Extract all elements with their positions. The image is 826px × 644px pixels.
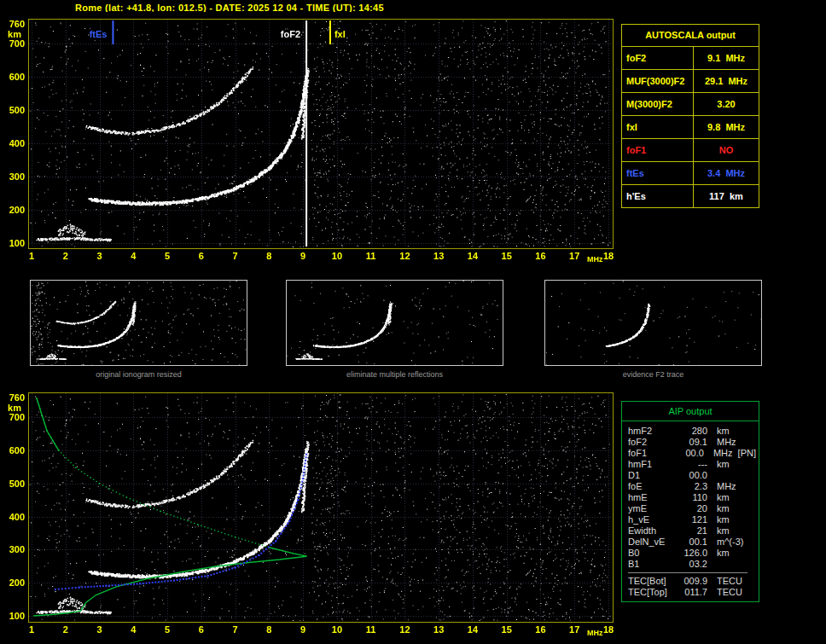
autoscala-param-value: 9.8 MHz: [694, 116, 759, 138]
aip-param-value: 009.9: [677, 576, 707, 587]
aip-output-table: AIP output hmF2280kmfoF209.1MHzfoF100.0M…: [621, 401, 759, 602]
aip-param-unit: km: [707, 514, 730, 525]
aip-row-hme: hmE110km: [628, 492, 756, 503]
autoscala-param-label: h'Es: [622, 185, 694, 207]
autoscala-row-fof2: foF29.1 MHz: [622, 47, 759, 70]
aip-row-b1: B103.2: [628, 559, 756, 570]
aip-param-unit: km: [707, 548, 730, 559]
aip-param-value: 2.3: [677, 481, 707, 492]
aip-param-name: hmF2: [628, 426, 677, 437]
autoscala-param-value: 117 km: [694, 185, 759, 207]
aip-param-unit: TECU: [707, 587, 742, 598]
thumb-evidence-f2-trace: [544, 280, 762, 366]
aip-param-name: Ewidth: [628, 525, 677, 537]
aip-param-name: DelN_vE: [628, 537, 677, 548]
autoscala-param-label: foF1: [622, 139, 694, 161]
aip-param-unit: km: [707, 525, 730, 537]
autoscala-param-value: 3.20: [694, 93, 759, 115]
aip-param-unit: km: [707, 426, 730, 437]
aip-param-name: B0: [628, 548, 677, 559]
aip-row-delnve: DelN_vE00.1m^(-3): [628, 537, 756, 548]
aip-param-value: 20: [677, 503, 707, 514]
aip-param-value: 00.0: [677, 470, 707, 481]
aip-param-name: hmE: [628, 492, 677, 503]
autoscala-table-rows: foF29.1 MHzMUF(3000)F229.1 MHzM(3000)F23…: [622, 47, 759, 207]
aip-param-value: 21: [677, 525, 707, 537]
aip-param-unit: MHz: [707, 481, 736, 492]
aip-row-foe: foE2.3MHz: [628, 481, 756, 492]
aip-param-unit: [707, 470, 717, 481]
aip-row-fof1: foF100.0MHz [PN]: [628, 448, 756, 459]
aip-param-name: TEC[Top]: [628, 587, 677, 598]
aip-row-fof2: foF209.1MHz: [628, 437, 756, 448]
autoscala-param-label: MUF(3000)F2: [622, 70, 694, 92]
autoscala-param-label: M(3000)F2: [622, 93, 694, 115]
autoscala-output-table: AUTOSCALA output foF29.1 MHzMUF(3000)F22…: [621, 24, 759, 208]
aip-param-name: D1: [628, 470, 677, 481]
aip-row-hmf1: hmF1---km: [628, 459, 756, 470]
aip-table-rows: hmF2280kmfoF209.1MHzfoF100.0MHz [PN]hmF1…: [622, 421, 759, 601]
autoscala-param-label: fxI: [622, 116, 694, 138]
autoscala-param-label: foF2: [622, 47, 694, 69]
aip-param-name: TEC[Bot]: [628, 576, 677, 587]
autoscala-param-label: ftEs: [622, 162, 694, 184]
aip-param-name: foF1: [628, 448, 674, 459]
aip-separator: [628, 572, 747, 573]
thumb-eliminate-reflections: [286, 280, 503, 366]
aip-row-ewidth: Ewidth21km: [628, 525, 756, 537]
aip-param-name: B1: [628, 559, 677, 570]
aip-param-value: 110: [677, 492, 707, 503]
thumb-caption-original: original ionogram resized: [30, 370, 247, 379]
aip-row-tectop: TEC[Top]011.7TECU: [628, 587, 756, 598]
thumb-original-ionogram: [30, 280, 247, 366]
autoscala-row-muf3000f2: MUF(3000)F229.1 MHz: [622, 70, 759, 93]
aip-param-name: foF2: [628, 437, 677, 448]
aip-param-value: 03.2: [677, 559, 707, 570]
aip-param-unit: km: [707, 459, 730, 470]
aip-param-name: ymE: [628, 503, 677, 514]
aip-param-unit: MHz: [707, 437, 736, 448]
aip-param-value: 011.7: [677, 587, 707, 598]
aip-param-unit: km: [707, 492, 730, 503]
aip-row-tecbot: TEC[Bot]009.9TECU: [628, 576, 756, 587]
thumb-caption-eliminate: eliminate multiple reflections: [286, 370, 503, 379]
autoscala-screen: Rome (lat: +41.8, lon: 012.5) - DATE: 20…: [0, 0, 826, 644]
aip-param-value: 280: [677, 426, 707, 437]
aip-param-unit: m^(-3): [707, 537, 743, 548]
autoscala-param-value: NO: [694, 139, 759, 161]
top-ionogram-plot: [0, 12, 623, 266]
aip-param-value: 00.1: [677, 537, 707, 548]
aip-row-hmf2: hmF2280km: [628, 426, 756, 437]
aip-param-unit: TECU: [707, 576, 742, 587]
autoscala-row-fxi: fxI9.8 MHz: [622, 116, 759, 139]
aip-param-unit: MHz [PN]: [704, 448, 756, 459]
aip-row-d1: D100.0: [628, 470, 756, 481]
aip-param-name: foE: [628, 481, 677, 492]
aip-param-value: ---: [677, 459, 707, 470]
aip-param-name: h_vE: [628, 514, 677, 525]
aip-param-unit: km: [707, 503, 730, 514]
aip-row-hve: h_vE121km: [628, 514, 756, 525]
autoscala-param-value: 9.1 MHz: [694, 47, 759, 69]
aip-param-value: 121: [677, 514, 707, 525]
autoscala-param-value: 29.1 MHz: [694, 70, 759, 92]
thumb-caption-evidence: evidence F2 trace: [544, 370, 762, 379]
aip-row-yme: ymE20km: [628, 503, 756, 514]
aip-param-value: 126.0: [677, 548, 707, 559]
autoscala-row-ftes: ftEs3.4 MHz: [622, 162, 759, 185]
autoscala-row-fof1: foF1NO: [622, 139, 759, 162]
bottom-ionogram-plot-with-profile: [0, 386, 623, 641]
aip-param-value: 09.1: [677, 437, 707, 448]
aip-param-unit: [707, 559, 717, 570]
aip-param-name: hmF1: [628, 459, 677, 470]
autoscala-row-hes: h'Es117 km: [622, 185, 759, 207]
aip-row-b0: B0126.0km: [628, 548, 756, 559]
autoscala-table-title: AUTOSCALA output: [622, 25, 759, 47]
autoscala-param-value: 3.4 MHz: [694, 162, 759, 184]
aip-table-title: AIP output: [622, 402, 759, 421]
autoscala-row-m3000f2: M(3000)F23.20: [622, 93, 759, 116]
aip-param-value: 00.0: [674, 448, 703, 459]
